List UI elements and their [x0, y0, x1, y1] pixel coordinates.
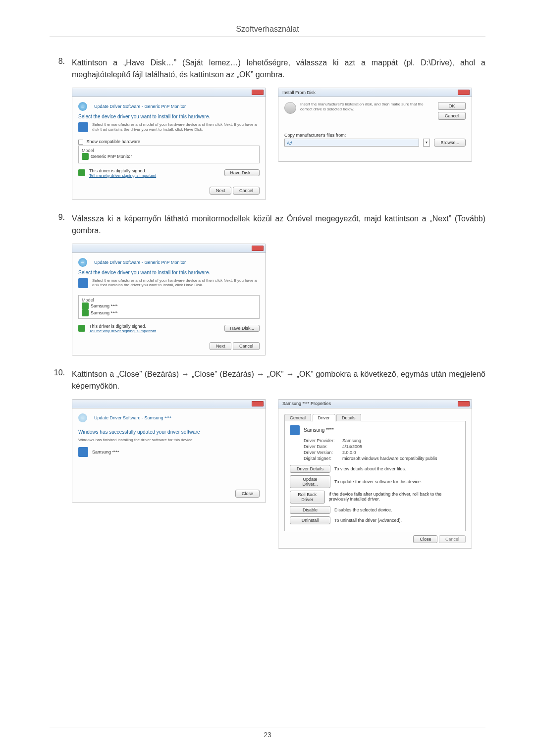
shield-icon	[82, 153, 89, 160]
close-icon[interactable]	[252, 401, 264, 406]
step-9: 9. Válassza ki a képernyőn látható monit…	[50, 213, 485, 237]
update-driver-desc: To update the driver software for this d…	[334, 479, 422, 484]
cancel-button[interactable]: Cancel	[233, 342, 260, 350]
copy-from-label: Copy manufacturer's files from:	[284, 133, 466, 138]
disable-button[interactable]: Disable	[290, 506, 330, 514]
ok-button[interactable]: OK	[438, 102, 466, 110]
provider-label: Driver Provider:	[304, 438, 342, 443]
shield-icon	[82, 309, 89, 316]
device-icon	[78, 122, 88, 132]
device-icon	[78, 447, 88, 457]
step-10: 10. Kattintson a „Close” (Bezárás) → „Cl…	[50, 368, 485, 392]
tab-driver[interactable]: Driver	[313, 414, 335, 421]
dialog-title: Samsung **** Properties	[280, 401, 331, 406]
version-value: 2.0.0.0	[342, 450, 356, 455]
shield-icon	[78, 325, 85, 332]
back-icon: ←	[78, 413, 87, 422]
shield-icon	[78, 169, 85, 176]
have-disk-button[interactable]: Have Disk...	[224, 169, 260, 176]
install-msg: Insert the manufacturer's installation d…	[300, 102, 434, 111]
disk-icon	[284, 102, 296, 114]
dialog-subtext: Windows has finished installing the driv…	[78, 438, 260, 443]
step-8-num: 8.	[50, 57, 72, 81]
back-icon[interactable]: ←	[78, 258, 87, 267]
cancel-button: Cancel	[439, 535, 466, 543]
close-button[interactable]: Close	[413, 535, 437, 543]
breadcrumb: Update Driver Software - Samsung ****	[94, 415, 171, 420]
model-header: Model	[82, 148, 256, 153]
dialog-heading: Select the device driver you want to ins…	[78, 270, 260, 275]
tab-general[interactable]: General	[284, 414, 311, 421]
browse-button[interactable]: Browse...	[434, 139, 466, 147]
step-8-images: ← Update Driver Software - Generic PnP M…	[72, 88, 485, 200]
step-10-num: 10.	[50, 368, 72, 392]
dialog-update-driver-2: ← Update Driver Software - Generic PnP M…	[72, 244, 266, 355]
dialog-heading: Select the device driver you want to ins…	[78, 114, 260, 119]
update-driver-button[interactable]: Update Driver...	[290, 475, 330, 488]
close-icon[interactable]	[252, 90, 264, 95]
back-icon[interactable]: ←	[78, 102, 87, 111]
dialog-update-driver-1: ← Update Driver Software - Generic PnP M…	[72, 88, 266, 200]
signed-label: This driver is digitally signed.	[89, 168, 220, 173]
uninstall-desc: To uninstall the driver (Advanced).	[334, 518, 402, 523]
device-icon	[290, 425, 300, 435]
close-button[interactable]: Close	[235, 490, 260, 498]
titlebar	[72, 88, 266, 97]
rollback-desc: If the device fails after updating the d…	[329, 492, 460, 502]
show-compat-checkbox[interactable]	[78, 140, 83, 145]
driver-details-button[interactable]: Driver Details	[290, 465, 330, 473]
driver-details-desc: To view details about the driver files.	[334, 466, 406, 471]
close-icon[interactable]	[252, 246, 264, 251]
signing-link[interactable]: Tell me why driver signing is important	[89, 329, 220, 333]
model-item-1[interactable]: Samsung ****	[91, 303, 118, 308]
step-9-images: ← Update Driver Software - Generic PnP M…	[72, 244, 485, 355]
signing-link[interactable]: Tell me why driver signing is important	[89, 173, 220, 178]
have-disk-button[interactable]: Have Disk...	[224, 325, 260, 332]
dialog-subtext: Select the manufacturer and model of you…	[92, 278, 260, 288]
step-8: 8. Kattintson a „Have Disk…” (Saját leme…	[50, 57, 485, 81]
model-item[interactable]: Generic PnP Monitor	[91, 154, 132, 159]
dialog-install-from-disk: Install From Disk Insert the manufacture…	[278, 88, 472, 162]
header-rule	[50, 37, 485, 37]
device-name: Samsung ****	[92, 450, 119, 454]
close-icon[interactable]	[458, 401, 470, 406]
page-number: 23	[264, 731, 271, 739]
next-button[interactable]: Next	[210, 342, 232, 350]
step-9-num: 9.	[50, 213, 72, 237]
signer-label: Digital Signer:	[304, 456, 342, 461]
rollback-button[interactable]: Roll Back Driver	[290, 491, 325, 504]
device-name: Samsung ****	[304, 427, 334, 433]
step-8-text: Kattintson a „Have Disk…” (Saját lemez…)…	[72, 57, 485, 81]
footer-rule	[50, 727, 485, 727]
disable-desc: Disables the selected device.	[334, 507, 392, 512]
tab-details[interactable]: Details	[336, 414, 361, 421]
provider-value: Samsung	[342, 438, 361, 443]
dialog-heading: Windows has successfully updated your dr…	[78, 429, 260, 435]
step-10-images: ← Update Driver Software - Samsung **** …	[72, 399, 485, 549]
cancel-button[interactable]: Cancel	[233, 187, 260, 195]
model-header: Model	[82, 298, 256, 302]
cancel-button[interactable]: Cancel	[438, 112, 466, 120]
path-field[interactable]: A:\	[284, 139, 419, 147]
shield-icon	[82, 302, 89, 309]
dialog-properties: Samsung **** Properties General Driver D…	[278, 399, 472, 549]
signed-label: This driver is digitally signed.	[89, 324, 220, 329]
uninstall-button[interactable]: Uninstall	[290, 516, 330, 524]
model-item-2[interactable]: Samsung ****	[91, 310, 118, 315]
signer-value: microsoft windows hardware compatibility…	[342, 456, 437, 461]
next-button[interactable]: Next	[210, 187, 232, 195]
date-label: Driver Date:	[304, 444, 342, 449]
dialog-subtext: Select the manufacturer and model of you…	[92, 122, 260, 132]
device-icon	[78, 278, 88, 288]
close-icon[interactable]	[458, 90, 470, 95]
breadcrumb: Update Driver Software - Generic PnP Mon…	[94, 260, 186, 265]
page-footer: 23	[0, 727, 535, 739]
show-compat-label: Show compatible hardware	[87, 139, 141, 144]
step-10-text: Kattintson a „Close” (Bezárás) → „Close”…	[72, 368, 485, 392]
date-value: 4/14/2005	[342, 444, 362, 449]
breadcrumb: Update Driver Software - Generic PnP Mon…	[94, 104, 186, 109]
dropdown-icon[interactable]: ▾	[423, 139, 430, 147]
page-header: Szoftverhasználat	[50, 25, 485, 34]
step-9-text: Válassza ki a képernyőn látható monitorm…	[72, 213, 485, 237]
dialog-update-success: ← Update Driver Software - Samsung **** …	[72, 399, 266, 503]
